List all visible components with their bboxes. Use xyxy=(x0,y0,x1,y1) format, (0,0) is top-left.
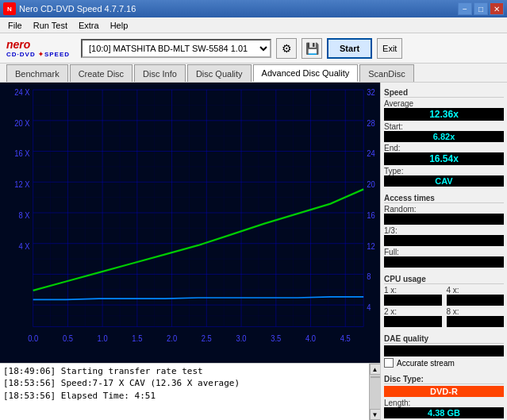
log-text-2: Speed:7-17 X CAV (12.36 X average) xyxy=(61,378,240,388)
svg-text:24: 24 xyxy=(367,149,375,158)
cpu-1x-label: 1 x: xyxy=(384,286,442,295)
cpu-2x-value xyxy=(384,316,442,327)
svg-text:20 X: 20 X xyxy=(14,118,30,127)
dae-title: DAE quality xyxy=(384,334,504,344)
cpu-4x-value xyxy=(447,295,505,306)
tab-scan-disc[interactable]: ScanDisc xyxy=(359,64,413,82)
end-value: 16.54x xyxy=(384,152,504,165)
log-scrollbar[interactable]: ▲ ▼ xyxy=(369,364,380,420)
tab-create-disc[interactable]: Create Disc xyxy=(70,64,133,82)
title-bar-left: N Nero CD-DVD Speed 4.7.7.16 xyxy=(3,2,136,15)
start-button[interactable]: Start xyxy=(327,38,372,59)
svg-text:0.5: 0.5 xyxy=(63,333,74,342)
svg-text:4 X: 4 X xyxy=(18,241,29,250)
title-bar-controls: − □ ✕ xyxy=(458,2,504,15)
accurate-stream-label: Accurate stream xyxy=(397,359,455,368)
scroll-thumb[interactable] xyxy=(371,376,380,378)
type-value: CAV xyxy=(384,175,504,187)
disc-section: Disc Type: DVD-R Length: 4.38 GB xyxy=(384,372,504,418)
tab-advanced-disc-quality[interactable]: Advanced Disc Quality xyxy=(253,64,359,82)
accurate-stream-checkbox[interactable] xyxy=(384,358,394,368)
svg-text:16 X: 16 X xyxy=(14,149,30,158)
menu-run-test[interactable]: Run Test xyxy=(29,19,72,32)
access-times-title: Access times xyxy=(384,194,504,203)
minimize-button[interactable]: − xyxy=(458,2,472,15)
right-panel: Speed Average 12.36x Start: 6.82x End: 1… xyxy=(380,83,507,420)
disc-length-value: 4.38 GB xyxy=(384,407,504,418)
left-panel: 24 X 20 X 16 X 12 X 8 X 4 X 32 28 24 20 … xyxy=(0,83,380,420)
log-time-3: [18:53:56] xyxy=(3,391,56,401)
full-value xyxy=(384,256,504,268)
speed-section: Speed Average 12.36x Start: 6.82x End: 1… xyxy=(384,86,504,187)
svg-rect-0 xyxy=(0,83,380,363)
scroll-down-arrow[interactable]: ▼ xyxy=(370,409,381,420)
accurate-stream-row: Accurate stream xyxy=(384,358,504,368)
tab-benchmark[interactable]: Benchmark xyxy=(6,64,68,82)
speed-title: Speed xyxy=(384,88,504,98)
toolbar: nero CD·DVD ✦SPEED [10:0] MATSHITA BD-ML… xyxy=(0,33,507,64)
tab-disc-info[interactable]: Disc Info xyxy=(134,64,186,82)
svg-text:4.5: 4.5 xyxy=(340,333,351,342)
disc-length-label: Length: xyxy=(384,399,504,407)
cpu-cols: 1 x: 2 x: 4 x: 8 x: xyxy=(384,286,504,327)
svg-text:8 X: 8 X xyxy=(18,210,29,219)
svg-text:24 X: 24 X xyxy=(14,88,30,97)
log-text-1: Starting transfer rate test xyxy=(61,366,203,376)
log-entry-3: [18:53:56] Elapsed Time: 4:51 xyxy=(3,390,366,402)
svg-text:16: 16 xyxy=(367,210,375,219)
chart-svg: 24 X 20 X 16 X 12 X 8 X 4 X 32 28 24 20 … xyxy=(0,83,380,363)
svg-text:3.0: 3.0 xyxy=(236,333,248,342)
cpu-8x-value xyxy=(447,316,505,327)
content-area: 24 X 20 X 16 X 12 X 8 X 4 X 32 28 24 20 … xyxy=(0,83,507,420)
svg-text:3.5: 3.5 xyxy=(271,333,282,342)
full-label: Full: xyxy=(384,248,504,256)
start-label: Start: xyxy=(384,122,504,131)
log-entry-1: [18:49:06] Starting transfer rate test xyxy=(3,365,366,377)
log-entry-2: [18:53:56] Speed:7-17 X CAV (12.36 X ave… xyxy=(3,377,366,389)
svg-text:20: 20 xyxy=(367,180,375,189)
svg-text:32: 32 xyxy=(367,88,374,97)
exit-button[interactable]: Exit xyxy=(377,38,402,59)
disc-type-label: Disc Type: xyxy=(384,375,504,384)
random-value xyxy=(384,214,504,225)
window-title: Nero CD-DVD Speed 4.7.7.16 xyxy=(19,4,136,13)
svg-text:28: 28 xyxy=(367,118,375,127)
cpu-2x-label: 2 x: xyxy=(384,307,442,316)
access-times-section: Access times Random: 1/3: Full: xyxy=(384,191,504,268)
average-label: Average xyxy=(384,99,504,108)
random-label: Random: xyxy=(384,205,504,214)
tab-bar: Benchmark Create Disc Disc Info Disc Qua… xyxy=(0,64,507,83)
svg-text:12: 12 xyxy=(367,241,374,250)
menu-file[interactable]: File xyxy=(3,19,27,32)
log-content: [18:49:06] Starting transfer rate test [… xyxy=(0,364,369,420)
maximize-button[interactable]: □ xyxy=(474,2,488,15)
menu-help[interactable]: Help xyxy=(106,19,133,32)
cpu-8x-label: 8 x: xyxy=(447,307,505,316)
tab-disc-quality[interactable]: Disc Quality xyxy=(187,64,252,82)
chart-container: 24 X 20 X 16 X 12 X 8 X 4 X 32 28 24 20 … xyxy=(0,83,380,363)
cpu-1x-value xyxy=(384,295,442,306)
menu-bar: File Run Test Extra Help xyxy=(0,17,507,33)
logo-nero: nero xyxy=(6,38,70,51)
logo: nero CD·DVD ✦SPEED xyxy=(6,38,70,58)
chart-log-area: 24 X 20 X 16 X 12 X 8 X 4 X 32 28 24 20 … xyxy=(0,83,380,420)
scroll-up-arrow[interactable]: ▲ xyxy=(370,364,381,375)
toolbar-icon-settings[interactable]: ⚙ xyxy=(276,38,297,59)
cpu-4x-label: 4 x: xyxy=(447,286,505,295)
svg-text:1.0: 1.0 xyxy=(98,333,109,342)
drive-selector[interactable]: [10:0] MATSHITA BD-MLT SW-5584 1.01 xyxy=(81,39,271,58)
svg-text:0.0: 0.0 xyxy=(28,333,39,342)
svg-text:2.5: 2.5 xyxy=(202,333,213,342)
one-third-value xyxy=(384,235,504,246)
log-time-1: [18:49:06] xyxy=(3,366,56,376)
end-label: End: xyxy=(384,144,504,152)
svg-text:1.5: 1.5 xyxy=(132,333,143,342)
dae-section: DAE quality Accurate stream xyxy=(384,332,504,368)
log-time-2: [18:53:56] xyxy=(3,378,56,388)
toolbar-icon-save[interactable]: 💾 xyxy=(302,38,322,59)
type-label: Type: xyxy=(384,167,504,175)
cpu-usage-title: CPU usage xyxy=(384,275,504,284)
close-button[interactable]: ✕ xyxy=(490,2,504,15)
menu-extra[interactable]: Extra xyxy=(74,19,104,32)
log-area: [18:49:06] Starting transfer rate test [… xyxy=(0,363,380,420)
